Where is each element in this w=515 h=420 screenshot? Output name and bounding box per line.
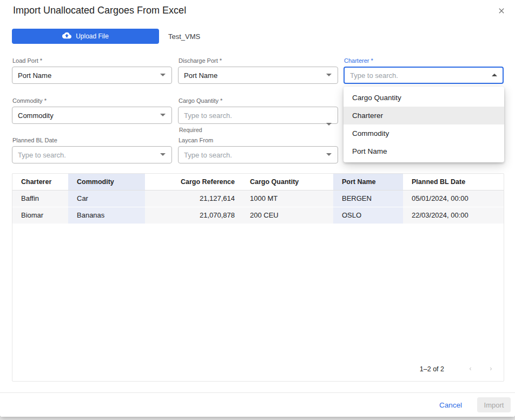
cell-planned-bl-date: 05/01/2024, 00:00 [403, 191, 504, 207]
cargo-quantity-input[interactable] [178, 107, 338, 124]
planned-bl-date-input[interactable] [12, 146, 172, 163]
menu-item-commodity[interactable]: Commodity [344, 124, 504, 142]
required-helper-text: Required [179, 127, 338, 133]
column-header-charterer: Charterer [12, 174, 68, 191]
pagination: 1–2 of 2 [420, 357, 504, 381]
table-row: Baffin Car 21,127,614 1000 MT BERGEN 05/… [12, 191, 504, 207]
upload-file-label: Upload File [76, 32, 109, 40]
chevron-right-icon [488, 365, 494, 373]
cell-commodity: Bananas [68, 207, 145, 224]
column-header-planned-bl-date: Planned BL Date [403, 174, 504, 191]
next-page-button[interactable] [484, 363, 497, 376]
chevron-up-icon[interactable] [492, 74, 497, 76]
chevron-left-icon [467, 365, 473, 373]
table-header-row: Charterer Commodity Cargo Reference Carg… [12, 174, 504, 191]
column-header-cargo-reference: Cargo Reference [145, 174, 241, 191]
cell-port-name: OSLO [333, 207, 403, 224]
laycan-from-field: Laycan From [178, 137, 338, 163]
cargo-quantity-field: Cargo Quantity * Required [178, 97, 338, 133]
discharge-port-label: Discharge Port * [178, 57, 338, 64]
close-icon [497, 6, 506, 17]
commodity-select[interactable] [12, 107, 172, 124]
discharge-port-select[interactable] [178, 67, 338, 84]
planned-bl-date-label: Planned BL Date [12, 137, 172, 143]
laycan-from-label: Laycan From [178, 137, 338, 143]
menu-item-cargo-quantity[interactable]: Cargo Quantity [344, 89, 504, 107]
load-port-label: Load Port * [12, 57, 172, 64]
uploaded-file-name: Test_VMS [168, 32, 200, 41]
charterer-search-input[interactable] [344, 67, 504, 84]
charterer-dropdown-menu: Cargo Quantity Charterer Commodity Port … [344, 87, 504, 162]
menu-item-charterer[interactable]: Charterer [344, 107, 504, 124]
planned-bl-date-field: Planned BL Date [12, 137, 172, 163]
charterer-label: Charterer * [344, 57, 504, 64]
column-header-commodity: Commodity [68, 174, 145, 191]
discharge-port-field: Discharge Port * [178, 57, 338, 84]
chevron-down-icon[interactable] [326, 74, 332, 76]
cancel-button[interactable]: Cancel [439, 401, 462, 409]
chevron-down-icon[interactable] [160, 153, 166, 156]
load-port-select[interactable] [12, 67, 172, 84]
cell-charterer: Biomar [12, 207, 68, 224]
chevron-down-icon[interactable] [326, 153, 332, 156]
column-header-cargo-quantity: Cargo Quantity [241, 174, 333, 191]
load-port-field: Load Port * [12, 57, 172, 84]
import-button[interactable]: Import [477, 397, 511, 412]
charterer-field: Charterer * [344, 57, 504, 84]
upload-file-button[interactable]: Upload File [12, 29, 159, 44]
laycan-from-input[interactable] [178, 146, 338, 163]
menu-item-port-name[interactable]: Port Name [344, 142, 504, 160]
previous-page-button[interactable] [464, 363, 477, 376]
chevron-down-icon[interactable] [160, 74, 166, 76]
cargo-preview-table: Charterer Commodity Cargo Reference Carg… [12, 173, 504, 382]
import-cargoes-dialog: Import Unallocated Cargoes From Excel Up… [0, 0, 515, 417]
cell-cargo-reference: 21,127,614 [145, 191, 241, 207]
cell-charterer: Baffin [12, 191, 68, 207]
cell-planned-bl-date: 22/03/2024, 00:00 [403, 207, 504, 224]
table-row: Biomar Bananas 21,070,878 200 CEU OSLO 2… [12, 207, 504, 224]
commodity-label: Commodity * [12, 97, 172, 104]
upload-cloud-icon [62, 31, 71, 42]
chevron-down-icon[interactable] [326, 123, 332, 126]
cell-port-name: BERGEN [333, 191, 403, 207]
cell-cargo-quantity: 200 CEU [241, 207, 333, 224]
commodity-field: Commodity * [12, 97, 172, 124]
cell-cargo-reference: 21,070,878 [145, 207, 241, 224]
dialog-footer: Cancel Import [0, 392, 515, 417]
cargo-quantity-label: Cargo Quantity * [178, 97, 338, 104]
chevron-down-icon[interactable] [160, 114, 166, 116]
page-title: Import Unallocated Cargoes From Excel [13, 5, 186, 16]
column-header-port-name: Port Name [333, 174, 403, 191]
close-button[interactable] [494, 4, 509, 18]
cell-cargo-quantity: 1000 MT [241, 191, 333, 207]
pagination-range-label: 1–2 of 2 [420, 365, 444, 373]
cell-commodity: Car [68, 191, 145, 207]
